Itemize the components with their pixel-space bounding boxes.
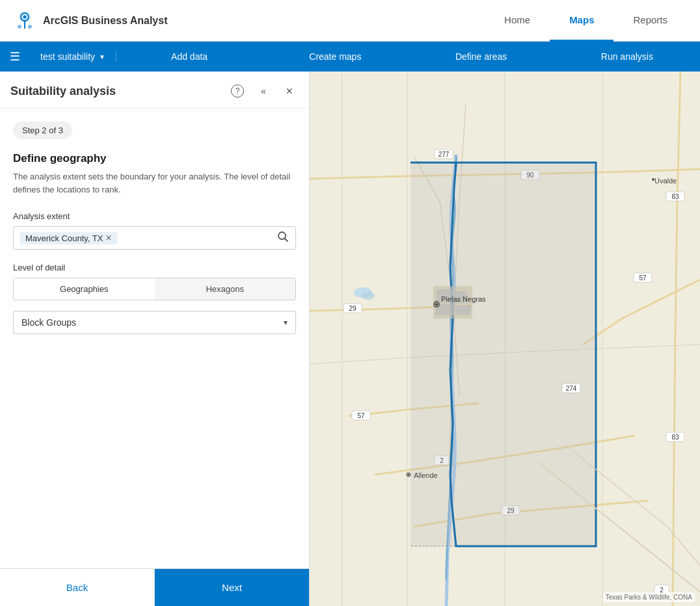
extent-label: Analysis extent bbox=[13, 211, 296, 221]
svg-line-7 bbox=[285, 239, 288, 242]
left-panel: Suitability analysis ? « ✕ Step 2 of 3 D… bbox=[0, 72, 310, 606]
svg-point-40 bbox=[435, 303, 438, 306]
panel-body: Step 2 of 3 Define geography The analysi… bbox=[0, 109, 309, 568]
svg-point-30 bbox=[362, 292, 375, 300]
section-title: Define geography bbox=[13, 152, 296, 165]
toolbar-define-areas[interactable]: Define areas bbox=[408, 42, 554, 72]
back-button[interactable]: Back bbox=[0, 569, 155, 606]
toolbar-run-analysis[interactable]: Run analysis bbox=[554, 42, 700, 72]
lod-section: Level of detail Geographies Hexagons Blo… bbox=[13, 263, 296, 334]
lod-tab-geographies[interactable]: Geographies bbox=[14, 278, 155, 300]
collapse-icon: « bbox=[261, 86, 266, 96]
svg-text:Allende: Allende bbox=[414, 471, 438, 479]
block-groups-dropdown[interactable]: Block Groups ▾ bbox=[13, 311, 296, 334]
close-panel-button[interactable]: ✕ bbox=[280, 82, 299, 100]
svg-point-47 bbox=[652, 178, 654, 181]
collapse-panel-button[interactable]: « bbox=[254, 82, 273, 100]
svg-point-4 bbox=[18, 25, 21, 29]
svg-text:83: 83 bbox=[671, 193, 679, 200]
app-name-label: test suitability bbox=[40, 51, 95, 62]
app-name-selector[interactable]: test suitability ▼ bbox=[30, 51, 116, 62]
hamburger-menu-button[interactable]: ☰ bbox=[0, 42, 30, 72]
svg-text:274: 274 bbox=[566, 385, 577, 392]
app-logo-icon bbox=[13, 9, 36, 33]
app-name-chevron-icon: ▼ bbox=[99, 53, 105, 60]
panel-footer: Back Next bbox=[0, 568, 309, 606]
top-nav: ArcGIS Business Analyst Home Maps Report… bbox=[0, 0, 700, 42]
nav-maps[interactable]: Maps bbox=[550, 0, 613, 42]
svg-text:29: 29 bbox=[349, 305, 357, 312]
svg-point-44 bbox=[408, 474, 410, 476]
toolbar-add-data[interactable]: Add data bbox=[116, 42, 262, 72]
svg-text:Pie: Pie bbox=[441, 295, 451, 303]
svg-text:83: 83 bbox=[671, 434, 679, 441]
nav-home[interactable]: Home bbox=[485, 0, 550, 42]
panel-header: Suitability analysis ? « ✕ bbox=[0, 72, 309, 109]
next-button[interactable]: Next bbox=[155, 569, 309, 606]
close-icon: ✕ bbox=[286, 86, 293, 96]
extent-search-icon[interactable] bbox=[277, 231, 289, 245]
extent-tag-text: Maverick County, TX bbox=[25, 233, 103, 243]
svg-point-2 bbox=[23, 15, 27, 18]
svg-rect-38 bbox=[456, 306, 470, 315]
toolbar-create-maps[interactable]: Create maps bbox=[262, 42, 408, 72]
help-icon: ? bbox=[231, 85, 244, 98]
panel-header-icons: ? « ✕ bbox=[228, 82, 299, 100]
map-attribution: Texas Parks & Wildlife, CONA bbox=[603, 592, 695, 602]
svg-text:57: 57 bbox=[639, 274, 647, 282]
main-nav: Home Maps Reports bbox=[485, 0, 687, 42]
svg-text:57: 57 bbox=[357, 412, 365, 419]
logo-area: ArcGIS Business Analyst bbox=[13, 9, 167, 33]
analysis-extent-input[interactable]: Maverick County, TX ✕ bbox=[13, 226, 296, 250]
map-svg: 90 57 83 83 29 57 2 bbox=[310, 72, 700, 606]
svg-rect-37 bbox=[435, 304, 455, 315]
step-badge: Step 2 of 3 bbox=[13, 122, 72, 139]
nav-reports[interactable]: Reports bbox=[613, 0, 687, 42]
main-layout: Suitability analysis ? « ✕ Step 2 of 3 D… bbox=[0, 72, 700, 606]
dropdown-value: Block Groups bbox=[21, 317, 76, 328]
svg-text:277: 277 bbox=[438, 151, 450, 158]
dropdown-chevron-icon: ▾ bbox=[284, 318, 288, 327]
map-area: 90 57 83 83 29 57 2 bbox=[310, 72, 700, 606]
section-desc: The analysis extent sets the boundary fo… bbox=[13, 170, 296, 196]
extent-tag: Maverick County, TX ✕ bbox=[20, 232, 117, 244]
panel-title: Suitability analysis bbox=[10, 85, 228, 98]
app-title: ArcGIS Business Analyst bbox=[43, 15, 167, 27]
svg-text:Uvalde: Uvalde bbox=[654, 177, 677, 185]
help-button[interactable]: ? bbox=[228, 82, 247, 100]
lod-tab-hexagons[interactable]: Hexagons bbox=[155, 278, 296, 300]
lod-label: Level of detail bbox=[13, 263, 296, 272]
svg-text:las Negras: las Negras bbox=[451, 295, 486, 303]
toolbar: ☰ test suitability ▼ Add data Create map… bbox=[0, 42, 700, 72]
extent-tag-remove-button[interactable]: ✕ bbox=[105, 233, 112, 243]
lod-tabs: Geographies Hexagons bbox=[13, 278, 296, 300]
svg-point-5 bbox=[28, 25, 32, 29]
toolbar-items: Add data Create maps Define areas Run an… bbox=[116, 42, 700, 72]
